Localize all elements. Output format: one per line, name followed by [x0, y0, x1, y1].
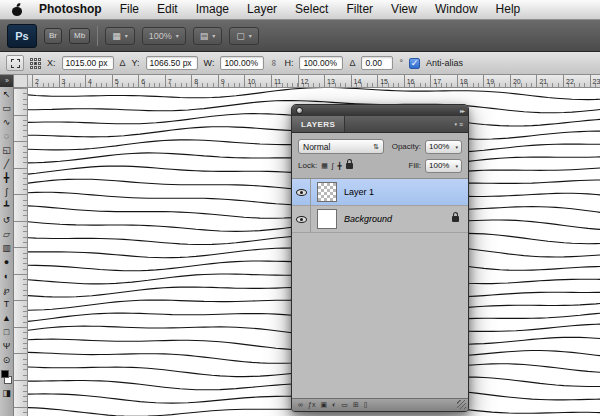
layers-list: Layer 1Background: [292, 179, 468, 398]
collapse-to-icons-button[interactable]: ▸▸: [460, 106, 464, 116]
apple-menu-icon[interactable]: [12, 4, 23, 16]
lock-pixels-icon[interactable]: ʃ: [332, 162, 334, 169]
link-dimensions-icon[interactable]: ∞: [269, 59, 279, 67]
color-swatches[interactable]: [0, 369, 13, 386]
rectangular-marquee-tool[interactable]: ▭: [0, 101, 13, 115]
type-tool[interactable]: T: [0, 297, 13, 311]
view-extras-button[interactable]: ▤ ▾: [193, 27, 223, 45]
clone-stamp-tool[interactable]: ┻: [0, 199, 13, 213]
foreground-color-swatch[interactable]: [1, 370, 9, 378]
y-position-field[interactable]: 1066.50 px: [146, 56, 198, 70]
layer-mask-icon[interactable]: ▣: [320, 399, 327, 411]
width-field[interactable]: 100.00%: [220, 56, 264, 70]
dodge-tool[interactable]: ◐: [0, 269, 13, 283]
menu-file[interactable]: File: [111, 0, 148, 19]
chevron-down-icon: ▾: [176, 32, 179, 39]
layer-row[interactable]: Background: [292, 206, 468, 233]
opacity-field[interactable]: 100% ▾: [425, 140, 462, 154]
spot-healing-brush-tool[interactable]: ╋: [0, 171, 13, 185]
arrange-documents-icon: ▦: [112, 31, 121, 41]
blend-mode-select[interactable]: Normal ⇅: [298, 139, 384, 154]
crop-tool[interactable]: ◱: [0, 143, 13, 157]
height-field[interactable]: 100.00%: [299, 56, 343, 70]
menubar: PhotoshopFileEditImageLayerSelectFilterV…: [0, 0, 600, 20]
ruler-number: 9: [221, 76, 225, 87]
chevron-down-icon: ▾: [454, 121, 457, 127]
current-tool-icon[interactable]: [6, 55, 24, 71]
zoom-tool[interactable]: ⊙: [0, 353, 13, 367]
vertical-ruler[interactable]: [14, 88, 28, 416]
lasso-tool[interactable]: ∿: [0, 115, 13, 129]
reference-point-locator-icon[interactable]: [30, 58, 41, 69]
panel-menu-button[interactable]: ▾ ≡: [454, 116, 468, 132]
rotation-field[interactable]: 0.00: [361, 56, 393, 70]
eraser-tool[interactable]: ▱: [0, 227, 13, 241]
fill-field[interactable]: 100% ▾: [425, 159, 462, 173]
zoom-level-dropdown[interactable]: 100% ▾: [142, 27, 186, 45]
panel-titlebar[interactable]: ▸▸: [292, 105, 468, 116]
rotation-angle-icon: Δ: [349, 58, 355, 68]
menu-lines-icon: ≡: [459, 121, 463, 128]
menu-photoshop[interactable]: Photoshop: [30, 0, 111, 19]
quick-mask-button[interactable]: ◨: [0, 386, 13, 400]
ruler-number: 22: [566, 76, 574, 87]
screen-mode-button[interactable]: ▢ ▾: [229, 27, 259, 45]
history-brush-tool[interactable]: ↺: [0, 213, 13, 227]
menu-image[interactable]: Image: [187, 0, 238, 19]
delete-layer-icon[interactable]: ▯: [364, 399, 368, 411]
link-layers-icon[interactable]: ∞: [298, 399, 303, 411]
layer-name: Layer 1: [344, 187, 374, 197]
layer-style-icon[interactable]: ƒx: [308, 399, 315, 411]
hand-tool[interactable]: Ψ: [0, 339, 13, 353]
new-layer-icon[interactable]: ⊞: [353, 399, 359, 411]
pen-tool[interactable]: ℘: [0, 283, 13, 297]
lock-transparency-icon[interactable]: ▦: [321, 162, 328, 170]
x-position-field[interactable]: 1015.00 px: [62, 56, 114, 70]
move-tool[interactable]: ↖: [0, 87, 13, 101]
visibility-toggle[interactable]: [292, 179, 311, 205]
menu-help[interactable]: Help: [487, 0, 530, 19]
layer-row[interactable]: Layer 1: [292, 179, 468, 206]
tab-layers[interactable]: LAYERS: [292, 116, 345, 132]
gradient-tool[interactable]: ▥: [0, 241, 13, 255]
menu-layer[interactable]: Layer: [238, 0, 286, 19]
fill-value: 100%: [429, 161, 449, 170]
lock-all-icon[interactable]: [346, 163, 353, 169]
menubar-items: PhotoshopFileEditImageLayerSelectFilterV…: [30, 0, 529, 19]
ruler-number: 4: [88, 76, 92, 87]
divider: [97, 26, 98, 46]
layer-group-icon[interactable]: ▭: [341, 399, 348, 411]
panel-close-button[interactable]: [296, 107, 303, 114]
resize-grip[interactable]: [457, 400, 466, 409]
chevron-down-icon: ▾: [212, 32, 215, 39]
launch-mini-bridge-button[interactable]: Mb: [69, 28, 90, 44]
path-selection-tool[interactable]: ▲: [0, 311, 13, 325]
brush-tool[interactable]: ʃ: [0, 185, 13, 199]
arrange-documents-button[interactable]: ▦ ▾: [105, 27, 135, 45]
horizontal-ruler[interactable]: 234567891011121314151617181920212223: [14, 75, 600, 88]
select-arrows-icon: ⇅: [373, 143, 379, 151]
layer-thumbnail[interactable]: [317, 209, 337, 229]
visibility-toggle[interactable]: [292, 206, 311, 232]
layer-thumbnail[interactable]: [317, 182, 337, 202]
relative-position-toggle-icon[interactable]: Δ: [120, 58, 126, 68]
ruler-number: 7: [168, 76, 172, 87]
rectangle-tool[interactable]: □: [0, 325, 13, 339]
tool-list: ↖▭∿◌◱╱╋ʃ┻↺▱▥●◐℘T▲□Ψ⊙: [0, 87, 13, 367]
menu-select[interactable]: Select: [286, 0, 337, 19]
lock-position-icon[interactable]: ╋: [337, 162, 341, 170]
launch-bridge-button[interactable]: Br: [44, 28, 62, 44]
blur-tool[interactable]: ●: [0, 255, 13, 269]
anti-alias-label: Anti-alias: [426, 58, 463, 68]
menu-edit[interactable]: Edit: [148, 0, 187, 19]
menu-filter[interactable]: Filter: [337, 0, 382, 19]
tools-panel-collapse-button[interactable]: »: [0, 75, 13, 87]
anti-alias-checkbox[interactable]: ✓: [409, 58, 420, 69]
ruler-number: 14: [354, 76, 362, 87]
adjustment-layer-icon[interactable]: ◐: [332, 399, 336, 411]
menu-window[interactable]: Window: [426, 0, 487, 19]
menu-view[interactable]: View: [382, 0, 426, 19]
eyedropper-tool[interactable]: ╱: [0, 157, 13, 171]
ruler-number: 19: [486, 76, 494, 87]
quick-selection-tool[interactable]: ◌: [0, 129, 13, 143]
